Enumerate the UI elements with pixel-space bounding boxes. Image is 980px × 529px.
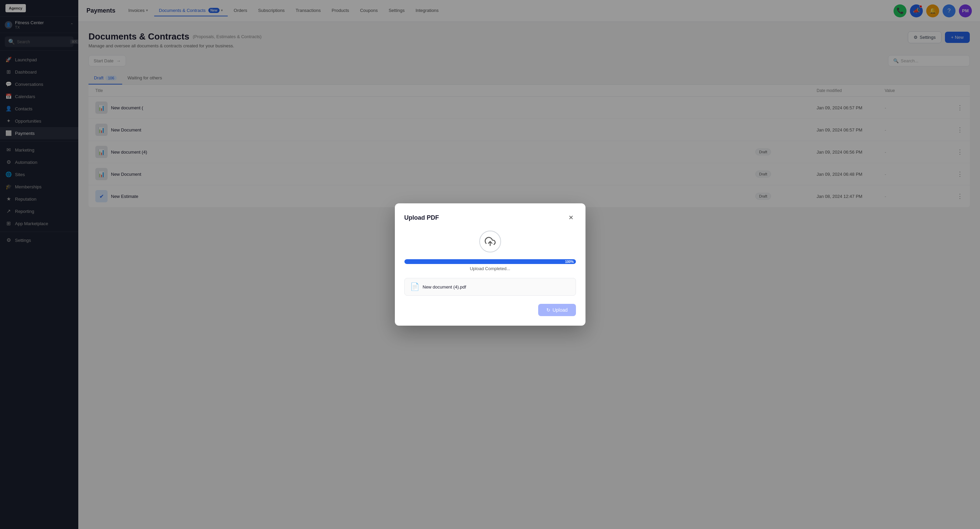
progress-bar-fill: 100%: [404, 259, 576, 264]
modal-footer: ↻ Upload: [404, 304, 576, 316]
progress-status: Upload Completed...: [404, 266, 576, 271]
modal-close-button[interactable]: ✕: [566, 213, 576, 222]
modal-title: Upload PDF: [404, 214, 439, 221]
file-preview: 📄 New document (4).pdf: [404, 278, 576, 296]
modal-header: Upload PDF ✕: [404, 213, 576, 222]
file-preview-icon: 📄: [410, 282, 419, 291]
modal-overlay: Upload PDF ✕ 100% Upload Completed... 📄: [0, 0, 980, 529]
upload-svg-icon: [485, 236, 496, 247]
progress-bar-container: 100%: [404, 259, 576, 264]
upload-button[interactable]: ↻ Upload: [538, 304, 576, 316]
upload-pdf-modal: Upload PDF ✕ 100% Upload Completed... 📄: [395, 203, 585, 326]
upload-icon-circle: [479, 231, 501, 252]
file-preview-name: New document (4).pdf: [423, 284, 466, 290]
progress-percent: 100%: [565, 260, 574, 264]
upload-spinner-icon: ↻: [546, 307, 550, 313]
progress-bar-bg: 100%: [404, 259, 576, 264]
upload-icon-area: [404, 231, 576, 252]
